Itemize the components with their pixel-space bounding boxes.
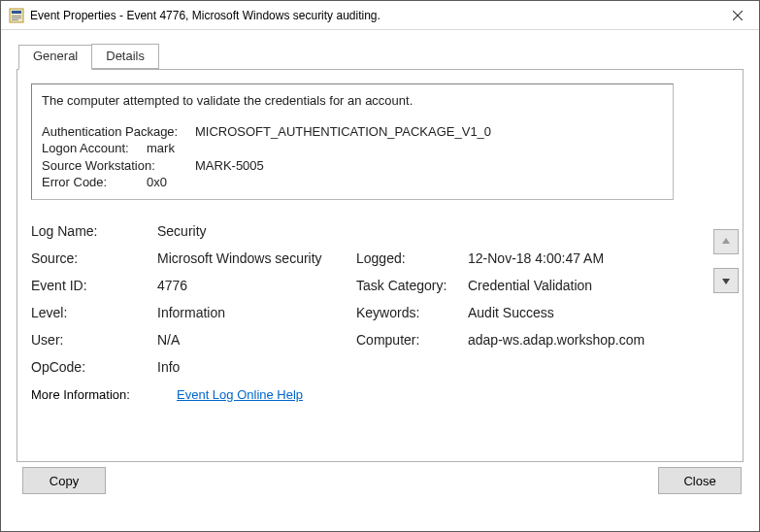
tab-details[interactable]: Details: [91, 44, 159, 69]
logon-account-label: Logon Account:: [42, 140, 147, 157]
user-label: User:: [31, 326, 157, 353]
event-id-value: 4776: [157, 272, 356, 299]
next-event-button[interactable]: [713, 268, 739, 293]
close-icon: [733, 11, 743, 20]
copy-button[interactable]: Copy: [22, 467, 106, 494]
svg-rect-2: [12, 16, 21, 17]
logon-account-value: mark: [147, 140, 175, 157]
window-close-button[interactable]: [715, 1, 759, 30]
level-label: Level:: [31, 299, 157, 326]
task-category-value: Credential Validation: [468, 272, 729, 299]
logged-label: Logged:: [356, 245, 468, 272]
source-workstation-label: Source Workstation:: [42, 157, 195, 175]
user-value: N/A: [157, 326, 356, 353]
svg-rect-4: [12, 19, 18, 20]
arrow-up-icon: [720, 236, 732, 248]
online-help-link[interactable]: Event Log Online Help: [177, 387, 303, 402]
task-category-label: Task Category:: [356, 272, 468, 299]
event-id-label: Event ID:: [31, 272, 157, 299]
log-name-label: Log Name:: [31, 217, 157, 245]
log-name-value: Security: [157, 217, 356, 245]
source-workstation-value: MARK-5005: [195, 157, 264, 175]
tab-general[interactable]: General: [18, 45, 92, 70]
auth-package-label: Authentication Package:: [42, 123, 195, 141]
close-button[interactable]: Close: [658, 467, 742, 494]
tab-panel-general: The computer attempted to validate the c…: [17, 69, 743, 462]
opcode-value: Info: [157, 353, 356, 381]
event-description-box[interactable]: The computer attempted to validate the c…: [31, 83, 674, 200]
event-properties-grid: Log Name: Source: Event ID: Level: User:…: [31, 217, 729, 381]
source-label: Source:: [31, 245, 157, 272]
tab-strip: General Details: [18, 44, 743, 69]
more-info-label: More Information:: [31, 387, 177, 402]
level-value: Information: [157, 299, 356, 326]
dialog-footer: Copy Close: [1, 457, 759, 494]
app-icon: [9, 8, 24, 23]
source-value: Microsoft Windows security: [157, 245, 356, 272]
prev-event-button[interactable]: [713, 229, 739, 254]
opcode-label: OpCode:: [31, 353, 157, 381]
computer-value: adap-ws.adap.workshop.com: [468, 326, 729, 353]
auth-package-value: MICROSOFT_AUTHENTICATION_PACKAGE_V1_0: [195, 123, 491, 141]
error-code-label: Error Code:: [42, 174, 147, 191]
arrow-down-icon: [720, 275, 732, 286]
title-bar: Event Properties - Event 4776, Microsoft…: [1, 1, 759, 30]
desc-intro: The computer attempted to validate the c…: [42, 92, 663, 110]
keywords-label: Keywords:: [356, 299, 468, 326]
logged-value: 12-Nov-18 4:00:47 AM: [468, 245, 729, 272]
keywords-value: Audit Success: [468, 299, 729, 326]
window-title: Event Properties - Event 4776, Microsoft…: [30, 9, 715, 22]
svg-rect-3: [12, 17, 21, 18]
error-code-value: 0x0: [147, 174, 167, 191]
computer-label: Computer:: [356, 326, 468, 353]
svg-rect-1: [12, 11, 21, 14]
